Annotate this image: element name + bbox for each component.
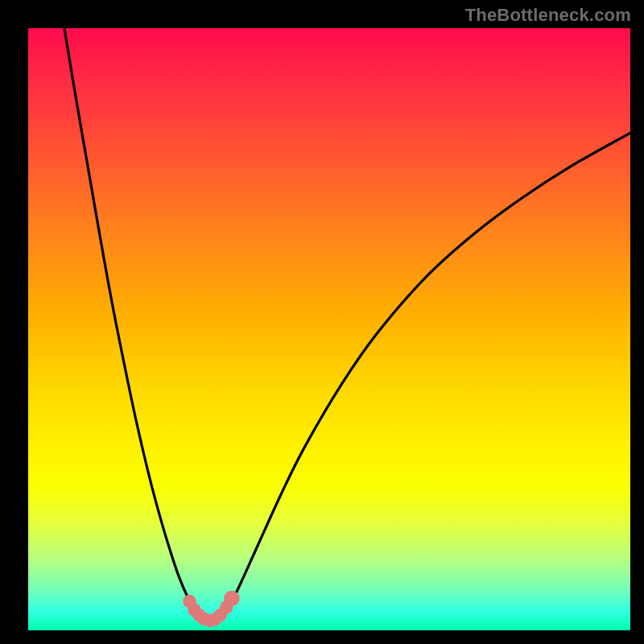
curve-marker [224, 591, 239, 606]
chart-frame: TheBottleneck.com [0, 0, 644, 644]
curve-layer [28, 28, 630, 630]
watermark-text: TheBottleneck.com [465, 5, 631, 26]
bottleneck-curve [64, 28, 630, 623]
marker-layer [183, 591, 239, 628]
plot-area [28, 28, 630, 630]
